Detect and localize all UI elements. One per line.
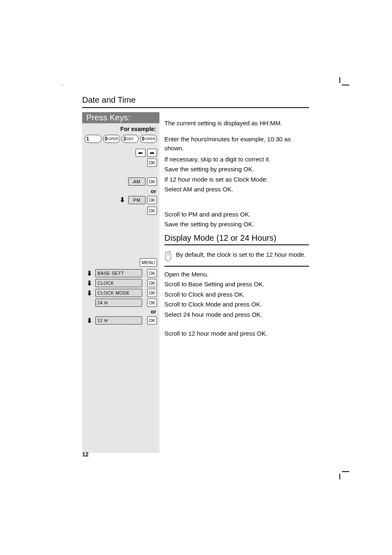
for-example-label: For example: (82, 123, 159, 134)
manual-page: Date and Time Press Keys: For example: 1… (0, 0, 392, 453)
instr-current-setting: The current setting is displayed as HH:M… (164, 118, 309, 129)
ok-key: OK (147, 279, 157, 287)
pm-ok-row: ⬇ PM OK (82, 195, 159, 206)
left-arrow-key: ⬅ (136, 149, 145, 157)
instr-scroll-clockmode: Scroll to Clock Mode and press OK. (164, 300, 309, 310)
clock-display: CLOCK (95, 279, 142, 287)
subsection-display-mode: Display Mode (12 or 24 Hours) (164, 230, 309, 245)
ok-key: OK (147, 159, 157, 167)
note-text: By default, the clock is set to the 12 h… (176, 250, 306, 259)
press-keys-column: Press Keys: For example: 1 0OPER 3DEF 0O… (82, 112, 159, 453)
down-arrow-icon: ⬇ (85, 317, 94, 324)
am-display: AM (128, 177, 145, 186)
down-arrow-icon: ⬇ (85, 279, 94, 287)
or-label: or (82, 187, 159, 195)
or-label-2: or (82, 308, 159, 315)
ok-row-2: OK (82, 206, 159, 216)
clock-mode-row: ⬇ CLOCK MODE OK (82, 288, 159, 298)
instr-scroll-clock: Scroll to Clock and press OK. (164, 290, 309, 300)
instr-open-menu: Open the Menu. (164, 270, 309, 280)
instr-skip-digit: If necessary, skip to a digit to correct… (164, 154, 309, 165)
instr-save-ok-2: Save the setting by pressing OK. (164, 220, 309, 230)
ok-key: OK (147, 196, 157, 204)
instr-select-24h: Select 24 hour mode and press OK. (164, 310, 309, 320)
24h-display: 24 H (95, 299, 142, 307)
down-arrow-icon: ⬇ (118, 196, 127, 203)
pointing-hand-icon (164, 250, 173, 262)
base-sett-display: BASE SETT (95, 269, 142, 277)
note-box: By default, the clock is set to the 12 h… (164, 248, 309, 267)
ok-key: OK (147, 316, 157, 325)
ok-key: OK (147, 269, 157, 277)
base-sett-row: ⬇ BASE SETT OK (82, 268, 159, 278)
pm-display: PM (128, 196, 145, 204)
keypad-key-0: 0OPER (103, 135, 120, 143)
12h-row: ⬇ 12 H OK (82, 315, 159, 325)
nav-arrows-row: ⬅ ➡ (82, 145, 159, 158)
ok-key: OK (147, 177, 157, 186)
menu-key: MENU (140, 258, 157, 267)
press-keys-header: Press Keys: (82, 112, 159, 123)
clock-row: ⬇ CLOCK OK (82, 278, 159, 288)
instruction-column: The current setting is displayed as HH:M… (159, 112, 309, 453)
menu-key-row: MENU (82, 258, 159, 268)
keypad-key-0b: 0OPER (140, 135, 157, 143)
instr-save-ok-1: Save the setting by pressing OK. (164, 165, 309, 175)
instr-scroll-12h: Scroll to 12 hour mode and press OK. (164, 329, 309, 339)
down-arrow-icon: ⬇ (85, 269, 94, 277)
ok-key: OK (147, 299, 157, 307)
keypad-key-3: 3DEF (122, 135, 138, 143)
clock-mode-display: CLOCK MODE (95, 289, 142, 297)
12h-display: 12 H (95, 316, 142, 325)
instr-scroll-base: Scroll to Base Setting and press OK. (164, 280, 309, 290)
ok-key: OK (147, 207, 157, 215)
crop-mark-bottom-right (337, 468, 347, 478)
keypad-example-row: 1 0OPER 3DEF 0OPER (82, 134, 159, 145)
instr-if-12h: If 12 hour mode is set as Clock Mode: (164, 175, 309, 185)
instr-enter-time: Enter the hours/minutes for example, 10:… (164, 134, 309, 154)
right-arrow-key: ➡ (147, 149, 157, 157)
page-number: 12 (82, 451, 89, 458)
down-arrow-icon: ⬇ (85, 289, 94, 297)
keypad-key-1: 1 (85, 135, 101, 143)
section-title: Date and Time (82, 95, 309, 108)
instr-select-am: Select AM and press OK. (164, 185, 309, 195)
ok-row-1: OK (82, 158, 159, 168)
instr-scroll-pm: Scroll to PM and and press OK. (164, 209, 309, 220)
ok-key: OK (147, 289, 157, 297)
am-ok-row: AM OK (82, 177, 159, 187)
24h-row: 24 H OK (82, 298, 159, 308)
